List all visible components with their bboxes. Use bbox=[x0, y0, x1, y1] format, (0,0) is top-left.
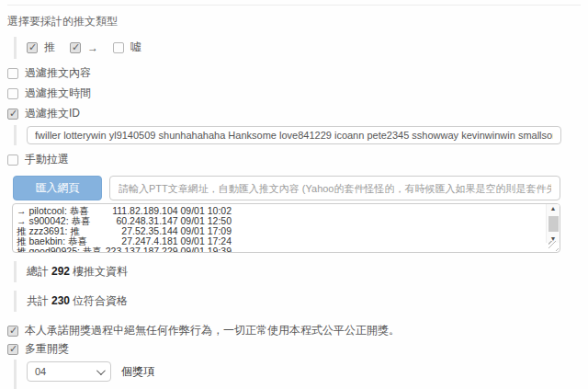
prize-count-select[interactable]: 04 bbox=[27, 361, 111, 382]
scroll-up-icon[interactable]: ▲ bbox=[550, 204, 557, 212]
manual-select-checkbox[interactable] bbox=[7, 154, 18, 166]
resize-grip-icon[interactable] bbox=[548, 241, 559, 251]
filter-id-row[interactable]: 過濾推文ID bbox=[7, 108, 581, 120]
filter-time-label: 過濾推文時間 bbox=[25, 87, 91, 99]
ptt-url-input[interactable] bbox=[109, 176, 560, 200]
scrollbar-thumb[interactable] bbox=[548, 216, 559, 232]
top-divider bbox=[7, 5, 581, 6]
filter-id-input[interactable] bbox=[27, 126, 561, 144]
prize-unit-label: 個獎項 bbox=[121, 364, 154, 380]
import-webpage-button[interactable]: 匯入網頁 bbox=[13, 176, 102, 200]
multi-draw-row[interactable]: 多重開獎 bbox=[7, 343, 581, 355]
push-row: 推 good90925: 恭喜 223.137.187.229 09/01 19… bbox=[17, 246, 232, 253]
chevron-down-icon bbox=[96, 366, 106, 375]
filter-content-label: 過濾推文內容 bbox=[25, 67, 91, 79]
manual-select-label: 手動拉選 bbox=[25, 154, 69, 166]
boo-checkbox-label: 噓 bbox=[130, 40, 141, 55]
pledge-label: 本人承諾開獎過程中絕無任何作弊行為，一切正常使用本程式公平公正開獎。 bbox=[25, 325, 400, 337]
boo-checkbox[interactable] bbox=[113, 42, 124, 53]
pledge-checkbox[interactable] bbox=[7, 326, 18, 337]
multi-draw-label: 多重開獎 bbox=[25, 343, 69, 355]
filter-id-label: 過濾推文ID bbox=[25, 108, 80, 120]
total-push-stat: 總計292樓推文資料 bbox=[14, 261, 581, 282]
arrow-checkbox[interactable] bbox=[70, 42, 81, 53]
push-type-options: 推 → 噓 bbox=[14, 37, 581, 59]
push-type-option-arrow[interactable]: → bbox=[70, 41, 98, 54]
push-checkbox[interactable] bbox=[27, 42, 38, 53]
prize-count-block: 04 個獎項 此選項可一次開出多位得獎者 bbox=[14, 360, 581, 389]
prize-count-value: 04 bbox=[35, 366, 46, 377]
qualified-stat: 共計230位符合資格 bbox=[14, 291, 581, 312]
lottery-form-page: 選擇要採計的推文類型 推 → 噓 過濾推文內容 過濾推文時間 過濾推文ID 手動… bbox=[0, 5, 588, 389]
manual-select-row[interactable]: 手動拉選 bbox=[7, 154, 581, 166]
push-checkbox-label: 推 bbox=[44, 40, 55, 55]
push-list-content: → pilotcool: 恭喜 111.82.189.104 09/01 10:… bbox=[13, 204, 546, 252]
import-row: 匯入網頁 bbox=[13, 176, 560, 200]
filter-time-checkbox[interactable] bbox=[7, 88, 18, 99]
push-type-section-label: 選擇要採計的推文類型 bbox=[7, 14, 581, 29]
push-list-textarea[interactable]: → pilotcool: 恭喜 111.82.189.104 09/01 10:… bbox=[12, 203, 560, 253]
push-type-option-push[interactable]: 推 bbox=[27, 40, 55, 55]
filter-id-input-block bbox=[14, 125, 581, 145]
push-type-option-boo[interactable]: 噓 bbox=[113, 40, 141, 55]
filter-content-checkbox[interactable] bbox=[7, 68, 18, 79]
scrollbar[interactable]: ▲ ▼ bbox=[546, 204, 560, 243]
filter-id-checkbox[interactable] bbox=[7, 109, 18, 120]
total-push-count: 292 bbox=[51, 265, 70, 278]
filter-time-row[interactable]: 過濾推文時間 bbox=[7, 87, 581, 99]
filter-content-row[interactable]: 過濾推文內容 bbox=[7, 67, 581, 79]
qualified-count: 230 bbox=[51, 294, 70, 307]
pledge-row[interactable]: 本人承諾開獎過程中絕無任何作弊行為，一切正常使用本程式公平公正開獎。 bbox=[7, 325, 581, 337]
arrow-checkbox-label: → bbox=[87, 41, 98, 54]
multi-draw-checkbox[interactable] bbox=[7, 344, 18, 355]
